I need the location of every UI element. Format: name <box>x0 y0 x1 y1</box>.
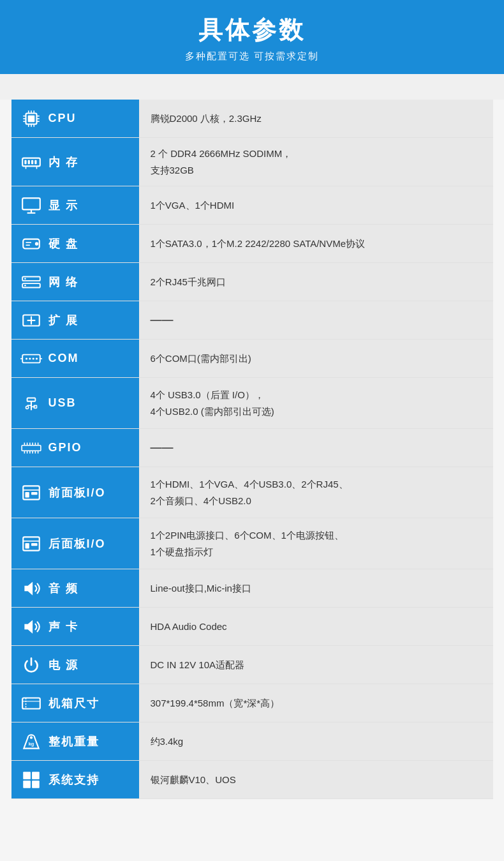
rear-io-label-text: 后面板I/O <box>48 536 106 551</box>
header: 具体参数 多种配置可选 可按需求定制 <box>0 0 504 74</box>
spec-table: CPU 腾锐D2000 八核，2.3GHz 内 存 2 个 DDR4 2666M… <box>11 100 493 799</box>
usb-value: 4个 USB3.0（后置 I/O），4个USB2.0 (需内部引出可选) <box>139 378 493 428</box>
row-soundcard: 声 卡 HDA Audio Codec <box>11 608 493 646</box>
os-label-text: 系统支持 <box>48 772 100 788</box>
cpu-value: 腾锐D2000 八核，2.3GHz <box>139 100 493 137</box>
row-usb: USB 4个 USB3.0（后置 I/O），4个USB2.0 (需内部引出可选) <box>11 378 493 429</box>
label-weight: 整机重量 <box>11 722 139 760</box>
audio-label-text: 音 频 <box>48 581 78 596</box>
row-os: 系统支持 银河麒麟V10、UOS <box>11 761 493 799</box>
soundcard-icon <box>19 615 43 639</box>
label-cpu: CPU <box>11 100 139 137</box>
row-expand: 扩 展 —— <box>11 301 493 340</box>
com-icon <box>19 347 43 371</box>
row-gpio: GPIO —— <box>11 429 493 467</box>
spacer <box>0 74 504 100</box>
label-audio: 音 频 <box>11 569 139 607</box>
page-subtitle: 多种配置可选 可按需求定制 <box>0 50 504 63</box>
label-network: 网 络 <box>11 263 139 301</box>
label-display: 显 示 <box>11 186 139 224</box>
hdd-label-text: 硬 盘 <box>48 236 78 251</box>
chassis-icon <box>19 691 43 715</box>
label-power: 电 源 <box>11 646 139 684</box>
row-hdd: 硬 盘 1个SATA3.0，1个M.2 2242/2280 SATA/NVMe协… <box>11 225 493 263</box>
row-weight: 整机重量 约3.4kg <box>11 722 493 761</box>
ram-icon <box>19 150 43 174</box>
display-label-text: 显 示 <box>48 198 78 213</box>
com-label-text: COM <box>48 352 79 365</box>
label-rear-io: 后面板I/O <box>11 518 139 569</box>
weight-value: 约3.4kg <box>139 722 493 760</box>
power-icon <box>19 653 43 677</box>
label-os: 系统支持 <box>11 761 139 798</box>
hdd-icon <box>19 232 43 256</box>
label-chassis: 机箱尺寸 <box>11 684 139 722</box>
usb-label-text: USB <box>48 396 77 410</box>
expand-label-text: 扩 展 <box>48 313 78 328</box>
power-label-text: 电 源 <box>48 657 78 673</box>
com-value: 6个COM口(需内部引出) <box>139 340 493 377</box>
audio-value: Line-out接口,Mic-in接口 <box>139 569 493 607</box>
network-label-text: 网 络 <box>48 274 78 290</box>
audio-icon <box>19 576 43 601</box>
row-network: 网 络 2个RJ45千兆网口 <box>11 263 493 301</box>
row-display: 显 示 1个VGA、1个HDMI <box>11 186 493 225</box>
memory-label-text: 内 存 <box>48 154 78 170</box>
soundcard-label-text: 声 卡 <box>48 619 78 634</box>
cpu-icon <box>19 107 43 131</box>
row-front-io: 前面板I/O 1个HDMI、1个VGA、4个USB3.0、2个RJ45、2个音频… <box>11 467 493 518</box>
power-value: DC IN 12V 10A适配器 <box>139 646 493 684</box>
display-value: 1个VGA、1个HDMI <box>139 186 493 224</box>
row-cpu: CPU 腾锐D2000 八核，2.3GHz <box>11 100 493 138</box>
label-com: COM <box>11 340 139 377</box>
front-io-value: 1个HDMI、1个VGA、4个USB3.0、2个RJ45、2个音频口、4个USB… <box>139 467 493 518</box>
network-icon <box>19 270 43 294</box>
display-icon <box>19 193 43 218</box>
gpio-value: —— <box>139 429 493 467</box>
label-hdd: 硬 盘 <box>11 225 139 262</box>
page-title: 具体参数 <box>0 14 504 47</box>
chassis-label-text: 机箱尺寸 <box>48 696 100 711</box>
page-wrapper: 具体参数 多种配置可选 可按需求定制 CPU 腾锐D2000 八核，2.3GHz <box>0 0 504 799</box>
cpu-label-text: CPU <box>48 112 77 125</box>
hdd-value: 1个SATA3.0，1个M.2 2242/2280 SATA/NVMe协议 <box>139 225 493 262</box>
chassis-value: 307*199.4*58mm（宽*深*高） <box>139 684 493 722</box>
label-memory: 内 存 <box>11 138 139 186</box>
front-io-icon <box>19 481 43 505</box>
label-gpio: GPIO <box>11 429 139 467</box>
weight-icon <box>19 730 43 754</box>
row-rear-io: 后面板I/O 1个2PIN电源接口、6个COM、1个电源按钮、1个硬盘指示灯 <box>11 518 493 569</box>
row-audio: 音 频 Line-out接口,Mic-in接口 <box>11 569 493 608</box>
soundcard-value: HDA Audio Codec <box>139 608 493 645</box>
row-chassis: 机箱尺寸 307*199.4*58mm（宽*深*高） <box>11 684 493 722</box>
expand-value: —— <box>139 301 493 339</box>
usb-icon <box>19 391 43 416</box>
expand-icon <box>19 308 43 333</box>
gpio-icon <box>19 436 43 460</box>
label-usb: USB <box>11 378 139 428</box>
gpio-label-text: GPIO <box>48 441 82 454</box>
rear-io-value: 1个2PIN电源接口、6个COM、1个电源按钮、1个硬盘指示灯 <box>139 518 493 569</box>
row-power: 电 源 DC IN 12V 10A适配器 <box>11 646 493 684</box>
os-value: 银河麒麟V10、UOS <box>139 761 493 798</box>
label-front-io: 前面板I/O <box>11 467 139 518</box>
label-soundcard: 声 卡 <box>11 608 139 645</box>
label-expand: 扩 展 <box>11 301 139 339</box>
os-icon <box>19 768 43 792</box>
weight-label-text: 整机重量 <box>48 734 100 749</box>
network-value: 2个RJ45千兆网口 <box>139 263 493 301</box>
memory-value: 2 个 DDR4 2666MHz SODIMM，支持32GB <box>139 138 493 186</box>
front-io-label-text: 前面板I/O <box>48 485 106 500</box>
row-memory: 内 存 2 个 DDR4 2666MHz SODIMM，支持32GB <box>11 138 493 186</box>
row-com: COM 6个COM口(需内部引出) <box>11 340 493 378</box>
rear-io-icon <box>19 532 43 556</box>
